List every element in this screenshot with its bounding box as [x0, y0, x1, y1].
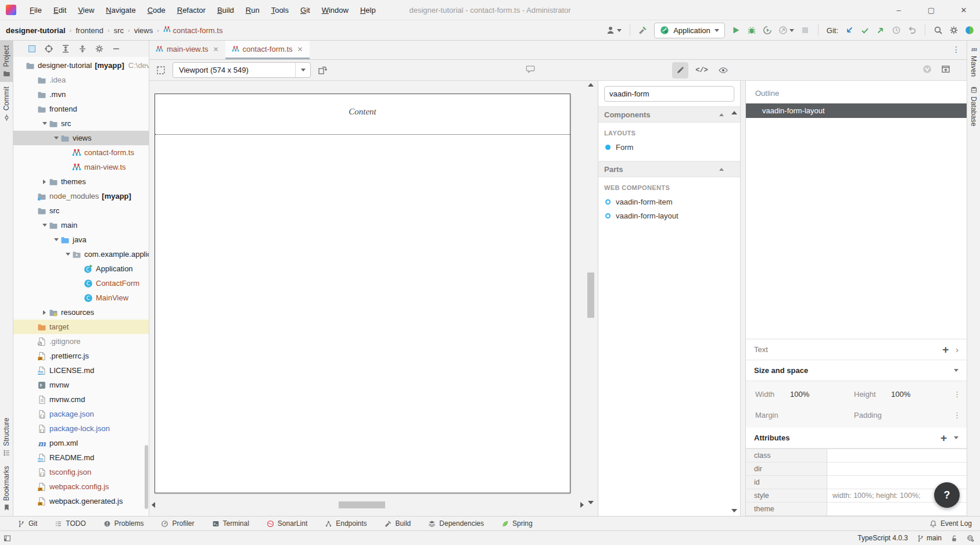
open-in-window-icon[interactable] — [941, 64, 950, 74]
toolwindow-sonarlint[interactable]: SonarLint — [267, 519, 307, 528]
editor-tab-contact-form-ts[interactable]: contact-form.ts✕ — [225, 41, 310, 59]
collapse-icon[interactable] — [719, 168, 724, 171]
build-project-button[interactable] — [638, 26, 648, 35]
tree-item-designer-tutorial[interactable]: designer-tutorial[myapp]C:\dev\ — [13, 58, 149, 73]
select-tool-icon[interactable] — [156, 66, 166, 75]
debug-button[interactable] — [747, 26, 756, 35]
toolwindow-toggle-icon[interactable] — [3, 535, 11, 542]
canvas-vertical-scrollbar[interactable] — [587, 90, 594, 496]
expand-icon[interactable] — [61, 44, 70, 53]
attributes-section-header[interactable]: Attributes + — [746, 428, 967, 449]
selopen-icon[interactable] — [27, 44, 37, 53]
feedback-bubble-icon[interactable] — [526, 64, 535, 74]
add-attribute-icon[interactable]: + — [940, 432, 947, 443]
preview-mode-button[interactable] — [715, 62, 731, 78]
code-mode-button[interactable]: </> — [694, 62, 710, 78]
canvas-horizontal-scrollbar[interactable] — [152, 501, 584, 509]
toolwindow-terminal[interactable]: Terminal — [212, 519, 249, 528]
toolwindow-problems[interactable]: Problems — [103, 519, 144, 528]
git-branch-widget[interactable]: main — [917, 534, 942, 542]
tree-item--mvn[interactable]: .mvn — [13, 87, 149, 102]
menu-code[interactable]: Code — [142, 3, 171, 17]
horizontal-scroll-thumb[interactable] — [339, 501, 385, 508]
settings-button[interactable] — [949, 26, 959, 35]
palette-item-vaadin-form-layout[interactable]: vaadin-form-layout — [598, 209, 740, 223]
toolwindow-dependencies[interactable]: Dependencies — [428, 519, 484, 528]
close-button[interactable]: ✕ — [947, 0, 980, 20]
prop-value[interactable]: 100% — [790, 390, 854, 399]
menu-build[interactable]: Build — [212, 3, 239, 17]
menu-tools[interactable]: Tools — [266, 3, 294, 17]
menu-window[interactable]: Window — [317, 3, 354, 17]
tree-item-com-example-applica[interactable]: com.example.applica — [13, 247, 149, 261]
menu-refactor[interactable]: Refactor — [172, 3, 211, 17]
palette-item-vaadin-form-item[interactable]: vaadin-form-item — [598, 195, 740, 209]
tree-item-application[interactable]: CApplication — [13, 261, 149, 276]
run-configuration-selector[interactable]: Application — [654, 23, 725, 38]
tree-item-license-md[interactable]: MDLICENSE.md — [13, 363, 149, 378]
run-button[interactable] — [731, 26, 741, 35]
viewport-selector-dropdown[interactable] — [295, 63, 310, 77]
tree-item-resources[interactable]: resources — [13, 305, 149, 320]
palette-scroll-up-icon[interactable] — [731, 111, 737, 114]
outline-selected-item[interactable]: vaadin-form-layout — [746, 103, 967, 118]
chevron-open-icon[interactable] — [40, 218, 49, 232]
more-options-icon[interactable]: ⋮ — [953, 411, 961, 419]
collapse-icon[interactable] — [78, 44, 87, 53]
add-text-icon[interactable]: + — [942, 344, 949, 355]
tool-stripe-project[interactable]: Project — [0, 41, 13, 82]
text-section-header[interactable]: Text + › — [746, 339, 967, 360]
push-button[interactable] — [876, 26, 885, 35]
toolwindow-build[interactable]: Build — [385, 519, 411, 528]
tab-options-icon[interactable]: ⋮ — [952, 45, 961, 54]
menu-run[interactable]: Run — [240, 3, 265, 17]
tree-item-views[interactable]: views — [13, 131, 149, 145]
toolwindow-profiler[interactable]: Profiler — [161, 519, 194, 528]
palette-section-parts[interactable]: Parts — [598, 161, 740, 177]
breadcrumb-item[interactable]: contact-form.ts — [163, 26, 223, 35]
tree-item-main-view-ts[interactable]: main-view.ts — [13, 160, 149, 174]
menu-navigate[interactable]: Navigate — [100, 3, 141, 17]
vertical-scroll-thumb[interactable] — [587, 272, 594, 318]
editor-tab-main-view-ts[interactable]: main-view.ts✕ — [149, 41, 225, 59]
stop-button[interactable] — [800, 26, 810, 35]
design-viewport[interactable]: Content — [155, 94, 570, 493]
rollback-button[interactable] — [907, 26, 917, 35]
rotate-viewport-icon[interactable] — [318, 66, 327, 75]
attribute-value[interactable] — [827, 462, 967, 475]
menu-edit[interactable]: Edit — [48, 3, 71, 17]
palette-section-components[interactable]: Components — [598, 106, 740, 123]
tree-item--prettierrc-js[interactable]: JS.prettierrc.js — [13, 349, 149, 363]
maximize-button[interactable]: ▢ — [915, 0, 947, 20]
minus-icon[interactable] — [112, 44, 121, 53]
update-project-button[interactable] — [845, 26, 854, 35]
tree-item-webpack-config-js[interactable]: JSwebpack.config.js — [13, 479, 149, 494]
breadcrumb-item[interactable]: src — [114, 26, 124, 35]
palette-item-Form[interactable]: Form — [598, 140, 740, 154]
breadcrumb-item[interactable]: views — [134, 26, 153, 35]
tree-item-mainview[interactable]: CMainView — [13, 291, 149, 305]
attribute-value[interactable] — [827, 449, 967, 462]
menu-file[interactable]: File — [24, 3, 47, 17]
tool-stripe-structure[interactable]: Structure — [0, 413, 13, 461]
tree-item-webpack-generated-js[interactable]: JSwebpack.generated.js — [13, 494, 149, 508]
breadcrumb-item[interactable]: designer-tutorial — [6, 26, 66, 35]
menu-help[interactable]: Help — [355, 3, 381, 17]
prop-value[interactable]: 100% — [891, 390, 953, 399]
tree-item-node-modules[interactable]: node_modules[myapp] — [13, 189, 149, 203]
tree-item-contactform[interactable]: CContactForm — [13, 276, 149, 291]
profiler-button[interactable] — [778, 26, 794, 35]
tree-item-themes[interactable]: themes — [13, 174, 149, 189]
toolwindow-git[interactable]: Git — [17, 519, 37, 528]
tree-item-mvnw[interactable]: mvnw — [13, 378, 149, 392]
encoding-settings-icon[interactable] — [967, 535, 974, 542]
tree-item-contact-form-ts[interactable]: contact-form.ts — [13, 145, 149, 160]
palette-scroll-down-icon[interactable] — [731, 509, 737, 512]
minimize-button[interactable]: – — [882, 0, 915, 20]
palette-search-input[interactable] — [604, 86, 734, 102]
menu-view[interactable]: View — [73, 3, 99, 17]
tree-item-package-lock-json[interactable]: {}package-lock.json — [13, 421, 149, 436]
size-section-header[interactable]: Size and space — [746, 360, 967, 381]
panel-splitter[interactable] — [741, 81, 745, 516]
close-icon[interactable]: ✕ — [213, 45, 219, 53]
